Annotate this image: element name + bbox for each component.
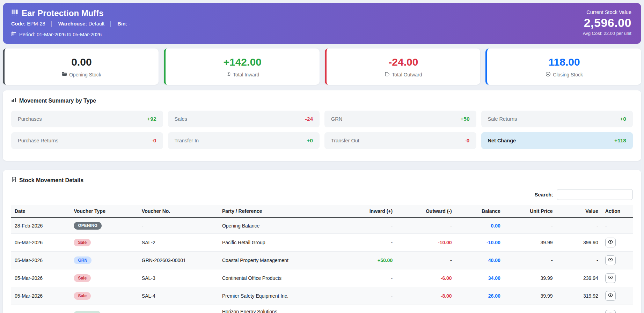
product-header-left: Ear Protection Muffs Code: EPM-28 │ Ware…: [11, 8, 130, 38]
cell-date: 05-Mar-2026: [11, 233, 70, 251]
summary-item-label: Net Change: [488, 138, 516, 143]
cell-value: -: [556, 218, 602, 233]
cell-unit-price: 39.99: [504, 233, 556, 251]
cell-outward: -: [396, 251, 455, 269]
party-name: Premier Safety Equipment Inc.: [222, 293, 351, 299]
party-name: Pacific Retail Group: [222, 240, 351, 245]
stat-label: Total Inward: [169, 72, 316, 78]
check-circle-icon: [546, 72, 551, 78]
product-header: Ear Protection Muffs Code: EPM-28 │ Ware…: [3, 3, 641, 44]
cell-action: [602, 251, 633, 269]
cell-value: 319.92: [556, 287, 602, 305]
view-button[interactable]: [605, 238, 616, 247]
stat-label: Closing Stock: [491, 72, 638, 78]
view-button[interactable]: [605, 273, 616, 283]
eye-icon: [608, 275, 613, 281]
cell-voucher-type: Sale: [70, 233, 138, 251]
cell-value: 239.94: [556, 269, 602, 287]
search-input[interactable]: [557, 189, 633, 200]
summary-item-value: -24: [305, 116, 313, 122]
outward-value: -: [450, 258, 452, 263]
cell-inward: +50.00: [354, 251, 396, 269]
summary-item-sales: Sales-24: [168, 111, 320, 127]
column-header-voucher-type: Voucher Type: [70, 205, 138, 218]
eye-icon: [608, 312, 613, 313]
stat-label-text: Total Inward: [233, 72, 259, 77]
cell-inward: -: [354, 287, 396, 305]
box-arrow-in-icon: [226, 72, 231, 78]
summary-item-label: Transfer Out: [331, 138, 359, 143]
summary-item-label: Purchase Returns: [18, 138, 58, 143]
balance-value: 34.00: [488, 275, 500, 281]
cell-balance: -10.00: [455, 233, 504, 251]
outward-value: -8.00: [441, 293, 452, 299]
inward-value: -: [391, 240, 393, 245]
cell-balance: 26.00: [455, 287, 504, 305]
stat-card-closing-stock: 118.00Closing Stock: [485, 49, 641, 85]
view-button[interactable]: [605, 291, 616, 301]
summary-item-purchases: Purchases+92: [11, 111, 163, 127]
stat-label-text: Total Outward: [392, 72, 422, 77]
view-button[interactable]: [605, 255, 616, 265]
stat-value: 0.00: [8, 56, 155, 68]
voucher-type-badge: GRN: [74, 256, 92, 264]
summary-item-transfer-out: Transfer Out-0: [324, 132, 476, 149]
cell-inward: +55.00: [354, 305, 396, 313]
column-header-action: Action: [602, 205, 633, 218]
voucher-type-badge: Sale: [74, 274, 91, 282]
cell-voucher-no: -: [138, 218, 219, 233]
stat-cards: 0.00Opening Stock+142.00Total Inward-24.…: [3, 49, 641, 85]
column-header-outward: Outward (-): [396, 205, 455, 218]
table-row: 05-Mar-2026PurchasePUR-5Horizon Energy S…: [11, 305, 633, 313]
voucher-type-badge: Purchase: [74, 311, 101, 313]
cell-party: Continental Office Products: [219, 269, 354, 287]
cell-inward: -: [354, 233, 396, 251]
cell-party: Pacific Retail Group: [219, 233, 354, 251]
cell-balance: 34.00: [455, 269, 504, 287]
calendar-icon: [11, 31, 16, 38]
stat-card-opening-stock: 0.00Opening Stock: [3, 49, 159, 85]
barcode-icon: [11, 8, 19, 18]
summary-item-sale-returns: Sale Returns+0: [481, 111, 633, 127]
summary-item-label: Sale Returns: [488, 116, 517, 122]
summary-item-label: Transfer In: [175, 138, 199, 143]
stock-value-panel: Current Stock Value 2,596.00 Avg Cost: 2…: [583, 9, 631, 36]
party-name: Continental Office Products: [222, 275, 351, 281]
cell-outward: -6.00: [396, 269, 455, 287]
bar-chart-icon: [11, 97, 16, 104]
meta-separator: │: [109, 21, 112, 27]
outward-value: -10.00: [438, 240, 452, 245]
cell-voucher-type: Purchase: [70, 305, 138, 313]
details-title: Stock Movement Details: [19, 177, 83, 184]
search-label: Search:: [535, 192, 553, 198]
summary-item-grn: GRN+50: [324, 111, 476, 127]
cell-date: 28-Feb-2026: [11, 218, 70, 233]
cell-action: [602, 305, 633, 313]
meta-separator: │: [50, 21, 53, 27]
cell-action: [602, 269, 633, 287]
stock-details-card: Stock Movement Details Search: DateVouch…: [3, 170, 641, 313]
cell-balance: 0.00: [455, 218, 504, 233]
cell-value: -: [556, 251, 602, 269]
table-row: 05-Mar-2026GRNGRN-202603-00001Coastal Pr…: [11, 251, 633, 269]
cell-date: 05-Mar-2026: [11, 269, 70, 287]
summary-item-label: GRN: [331, 116, 342, 122]
summary-grid: Purchases+92Sales-24GRN+50Sale Returns+0…: [11, 111, 633, 149]
view-button[interactable]: [605, 310, 616, 313]
stock-value: 2,596.00: [583, 16, 631, 30]
column-header-value: Value: [556, 205, 602, 218]
summary-item-value: -0: [152, 137, 156, 144]
cell-voucher-no: SAL-2: [138, 233, 219, 251]
cell-value: 399.90: [556, 233, 602, 251]
stat-value: +142.00: [169, 56, 316, 68]
cell-voucher-type: Sale: [70, 269, 138, 287]
stat-label-text: Opening Stock: [69, 72, 101, 77]
product-meta: Code: EPM-28 │ Warehouse: Default │ Bin:…: [11, 21, 130, 27]
movement-summary-card: Movement Summary by Type Purchases+92Sal…: [3, 90, 641, 161]
column-header-party-reference: Party / Reference: [219, 205, 354, 218]
summary-item-value: +0: [307, 137, 313, 144]
movement-table-head: DateVoucher TypeVoucher No.Party / Refer…: [11, 205, 633, 218]
summary-item-value: +92: [147, 116, 156, 122]
inward-value: -: [391, 293, 393, 299]
eye-icon: [608, 239, 613, 245]
